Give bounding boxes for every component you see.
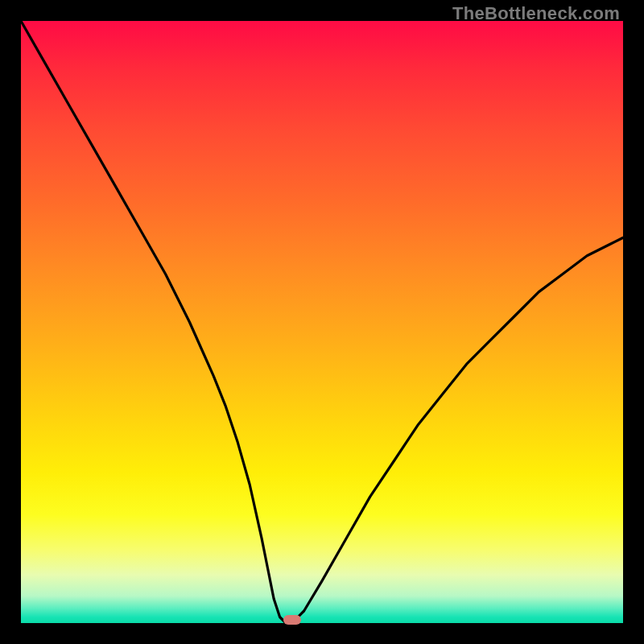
bottleneck-curve — [21, 21, 623, 623]
chart-frame: TheBottleneck.com — [0, 0, 644, 644]
optimal-point-marker — [283, 615, 301, 625]
plot-area — [21, 21, 623, 623]
